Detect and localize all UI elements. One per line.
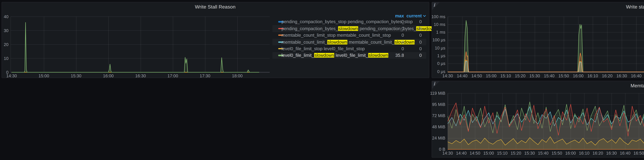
time-series-plot[interactable]	[432, 81, 644, 158]
x-axis-tick-label: 14:30	[442, 74, 453, 78]
legend-row[interactable]: pending_compaction_bytes_slowdown pendin…	[272, 25, 426, 32]
x-axis-tick-label: 15:40	[538, 150, 548, 155]
legend-row[interactable]: level0_file_limit_slowdown level0_file_l…	[272, 52, 426, 59]
grafana-dashboard: Write Stall Reason 40302010014:3015:0015…	[0, 0, 644, 160]
y-axis-tick-label: 100 µs	[432, 38, 446, 42]
x-axis-tick-label: 15:00	[38, 74, 49, 78]
y-axis-tick-label: 40	[4, 14, 8, 19]
x-axis-tick-label: 15:50	[552, 150, 562, 155]
x-axis-tick-label: 14:30	[442, 150, 453, 155]
x-axis-tick-label: 15:50	[558, 74, 569, 78]
chevron-down-icon	[422, 14, 426, 18]
legend-current-value: 0	[419, 26, 422, 31]
legend-max-value: 0	[402, 40, 404, 44]
legend-series-label[interactable]: level0_file_limit_stop level0_file_limit…	[282, 46, 365, 51]
y-axis-tick-label: 10 ms	[434, 22, 446, 26]
legend-max-value: 0	[402, 20, 404, 24]
x-axis-tick-label: 16:50	[634, 150, 644, 155]
x-axis-tick-label: 15:00	[486, 74, 496, 78]
x-axis-tick-label: 15:30	[71, 74, 82, 78]
x-axis-tick-label: 14:50	[471, 74, 482, 78]
x-axis-tick-label: 16:00	[573, 74, 584, 78]
y-axis-tick-label: 48 MiB	[432, 124, 446, 129]
legend-max-value: 35.8	[395, 53, 404, 58]
legend-row[interactable]: level0_file_limit_stop level0_file_limit…	[272, 45, 426, 52]
x-axis-tick-label: 15:20	[515, 74, 526, 78]
legend-current-value: 0	[419, 20, 422, 24]
series-line-avg	[448, 52, 644, 72]
legend-current-value: 0	[419, 53, 422, 58]
x-axis-tick-label: 16:30	[616, 74, 627, 78]
x-axis-tick-label: 14:30	[6, 74, 17, 78]
legend-series-label[interactable]: pending_compaction_bytes_stop pending_co…	[282, 20, 413, 24]
x-axis-tick-label: 15:20	[510, 150, 521, 155]
x-axis-tick-label: 16:20	[592, 150, 603, 155]
legend-row[interactable]: memtable_count_limit_slowdown memtable_c…	[272, 39, 426, 45]
legend-max-value: 0	[402, 26, 404, 31]
y-axis-tick-label: 119 MiB	[430, 91, 446, 96]
x-axis-tick-label: 16:40	[631, 74, 642, 78]
legend-sort-max[interactable]: max	[395, 14, 404, 18]
legend-row[interactable]: pending_compaction_bytes_stop pending_co…	[272, 18, 426, 25]
x-axis-tick-label: 17:30	[200, 74, 210, 78]
y-axis-tick-label: 100 ms	[431, 14, 445, 19]
x-axis-tick-label: 16:30	[135, 74, 146, 78]
legend-series-label[interactable]: level0_file_limit_slowdown level0_file_l…	[282, 53, 388, 58]
x-axis-tick-label: 16:40	[620, 150, 630, 155]
legend-max-value: 0	[402, 46, 404, 51]
series-area-max	[448, 20, 644, 72]
x-axis-tick-label: 16:20	[602, 74, 612, 78]
x-axis-tick-label: 17:00	[168, 74, 178, 78]
y-axis-tick-label: 72 MiB	[432, 113, 446, 118]
panel-write-stall-reason: Write Stall Reason 40302010014:3015:0015…	[2, 2, 429, 78]
legend-current-value: 0	[419, 40, 422, 44]
x-axis-tick-label: 15:10	[497, 150, 508, 155]
legend-series-label[interactable]: memtable_count_limit_slowdown memtable_c…	[282, 40, 415, 44]
legend-current-value: 0	[419, 46, 422, 51]
x-axis-tick-label: 16:10	[587, 74, 598, 78]
x-axis-tick-label: 16:00	[103, 74, 114, 78]
series-area-avg	[448, 52, 644, 72]
panel-memtable-size: i Memtable size 119 MiB95 MiB72 MiB48 Mi…	[432, 81, 644, 158]
series-area-99%	[448, 59, 644, 72]
legend-series-label[interactable]: pending_compaction_bytes_slowdown pendin…	[282, 26, 436, 31]
y-axis-tick-label: 10	[4, 56, 8, 60]
x-axis-tick-label: 18:00	[232, 74, 243, 78]
x-axis-tick-label: 16:00	[565, 150, 576, 155]
series-area-level0_file_limit_slowdown	[12, 22, 259, 72]
x-axis-tick-label: 15:30	[529, 74, 540, 78]
series-line-99%	[448, 59, 644, 72]
legend-row[interactable]: memtable_count_limit_stop memtable_count…	[272, 32, 426, 39]
y-axis-tick-label: 1 ms	[436, 30, 446, 34]
y-axis-tick-label: 30	[4, 28, 8, 33]
panel-write-stall-duration: i Write stall duration 100 ms10 ms1 ms10…	[432, 2, 644, 78]
y-axis-tick-label: 20	[4, 42, 8, 47]
x-axis-tick-label: 14:40	[457, 74, 468, 78]
time-series-plot[interactable]	[432, 2, 644, 78]
legend-current-value: 0	[419, 33, 422, 38]
x-axis-tick-label: 16:30	[606, 150, 617, 155]
y-axis-tick-label: 95 MiB	[432, 102, 446, 107]
x-axis-tick-label: 15:10	[500, 74, 511, 78]
series-line-95%	[448, 60, 644, 72]
x-axis-tick-label: 14:40	[456, 150, 467, 155]
legend-series-label[interactable]: memtable_count_limit_stop memtable_count…	[282, 33, 391, 38]
x-axis-tick-label: 16:10	[579, 150, 590, 155]
x-axis-tick-label: 15:00	[483, 150, 494, 155]
series-area-95%	[448, 60, 644, 72]
y-axis-tick-label: 0 µs	[437, 61, 445, 66]
y-axis-tick-label: 24 MiB	[432, 136, 446, 140]
x-axis-tick-label: 14:50	[470, 150, 480, 155]
y-axis-tick-label: 0 µs	[437, 69, 445, 74]
x-axis-tick-label: 15:30	[524, 150, 535, 155]
y-axis-tick-label: 10 µs	[435, 46, 445, 50]
legend-max-value: 0	[402, 33, 404, 38]
x-axis-tick-label: 15:40	[544, 74, 554, 78]
y-axis-tick-label: 1 µs	[437, 53, 445, 58]
series-line-max	[448, 20, 644, 72]
legend-sort-current[interactable]: current	[406, 14, 426, 18]
